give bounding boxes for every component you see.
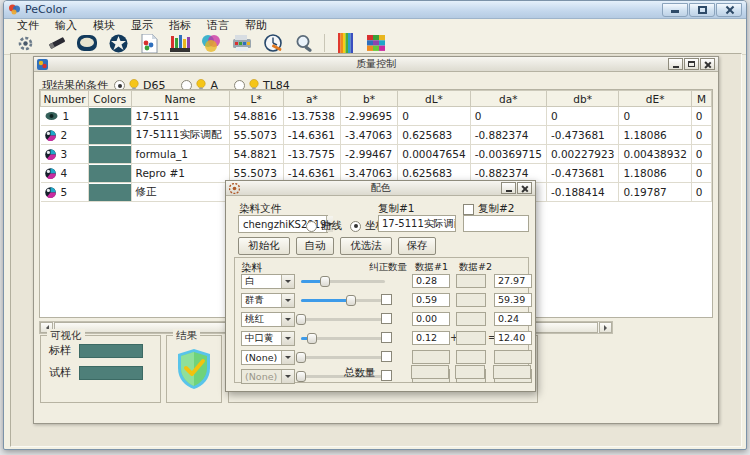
color-printer-icon[interactable] [231,33,253,53]
slider-handle[interactable] [296,352,306,363]
col-dL[interactable]: dL* [398,91,470,107]
initialize-button[interactable]: 初始化 [238,237,290,255]
trial-sample-label: 试样 [49,365,71,380]
correction-checkbox[interactable] [381,370,392,381]
total-field[interactable]: 12.40 [494,331,532,345]
dye-row: 桃红 0.00 0.24 [235,312,528,328]
minimize-icon [671,10,679,13]
copy2-option[interactable]: 复制#2 [463,202,514,216]
menu-display[interactable]: 显示 [124,19,160,32]
minimize-button[interactable] [662,3,688,17]
color-circles-icon[interactable] [200,33,222,53]
dye-dropdown[interactable]: 中口黄 [241,331,295,346]
dye-file-label: 染料文件 [239,202,281,216]
table-row[interactable]: 1 17-511154.8816-13.7538-2.99695 00000 [41,107,712,126]
trial-icon [45,187,56,198]
maximize-button[interactable] [689,3,715,17]
dye-slider[interactable] [301,299,385,302]
col-number[interactable]: Number [41,91,89,107]
dialog-close-button[interactable] [517,182,532,194]
radio-curve[interactable] [306,221,317,232]
qc-restore-button[interactable] [684,58,699,70]
slider-handle[interactable] [296,314,306,325]
data2-field[interactable] [456,293,486,307]
qc-close-button[interactable] [700,58,715,70]
menu-language[interactable]: 语言 [200,19,236,32]
magnifier-icon[interactable] [293,33,315,53]
col-L[interactable]: L* [229,91,283,107]
dye-row: 中口黄 0.12 + = 12.40 [235,331,528,347]
col-dE[interactable]: dE* [619,91,691,107]
menu-module[interactable]: 模块 [86,19,122,32]
optimize-button[interactable]: 优选法 [340,237,392,255]
copy2-checkbox[interactable] [463,204,474,215]
col-a[interactable]: a* [283,91,340,107]
col-b[interactable]: b* [340,91,397,107]
rainbow-strip-icon[interactable] [334,33,356,53]
auto-button[interactable]: 自动 [296,237,334,255]
qc-minimize-button[interactable] [668,58,683,70]
correction-checkbox[interactable] [381,313,392,324]
menu-help[interactable]: 帮助 [238,19,274,32]
total-field[interactable]: 27.97 [494,274,532,288]
window-title: PeColor [25,3,67,16]
col-da[interactable]: da* [470,91,546,107]
radio-coordinate[interactable] [350,221,361,232]
slider-handle[interactable] [307,333,317,344]
total-field[interactable]: 0.24 [494,312,532,326]
dialog-minimize-button[interactable] [501,182,516,194]
data1-field[interactable] [412,350,450,364]
data2-field[interactable] [456,274,486,288]
col-M[interactable]: M [691,91,711,107]
dye-slider[interactable] [301,337,385,340]
copy2-input[interactable] [463,215,529,232]
correction-checkbox[interactable] [381,294,392,305]
dye-slider[interactable] [301,318,385,321]
total-field[interactable] [494,350,532,364]
app-logo-icon [8,3,21,16]
dye-slider[interactable] [301,356,385,359]
slider-handle[interactable] [320,276,330,287]
data2-field[interactable] [456,312,486,326]
settings-sync-icon[interactable] [14,33,36,53]
menu-index[interactable]: 指标 [162,19,198,32]
table-row[interactable]: 2 17-5111实际调配55.5073-14.6361-3.47063 0.6… [41,126,712,145]
color-document-icon[interactable] [138,33,160,53]
copy1-input[interactable]: 17-5111实际调配 [378,215,456,232]
close-button[interactable] [716,3,742,17]
mode-option-curve[interactable]: 曲线 [306,219,342,233]
aperture-icon[interactable] [107,33,129,53]
bar-chart-icon[interactable] [169,33,191,53]
pass-shield-icon [176,348,212,390]
col-colors[interactable]: Colors [89,91,132,107]
scroll-right-button[interactable] [599,322,612,333]
dye-dropdown[interactable]: (None) [241,350,295,365]
dye-dropdown[interactable]: 桃红 [241,312,295,327]
data2-field[interactable] [456,331,486,345]
menu-file[interactable]: 文件 [10,19,46,32]
data1-field[interactable]: 0.00 [412,312,450,326]
slider-handle[interactable] [346,295,356,306]
color-mosaic-icon[interactable] [365,33,387,53]
save-button[interactable]: 保存 [398,237,436,255]
data1-field[interactable]: 0.12 [412,331,450,345]
visualization-label: 可视化 [47,329,85,343]
data1-field[interactable]: 0.28 [412,274,450,288]
gauge-pen-icon[interactable] [262,33,284,53]
table-row[interactable]: 3 formula_154.8821-13.7575-2.99467 0.000… [41,145,712,164]
pencil-icon[interactable] [45,33,67,53]
data1-field[interactable]: 0.59 [412,293,450,307]
col-db[interactable]: db* [546,91,618,107]
correction-checkbox[interactable] [381,332,392,343]
palette-case-icon[interactable] [76,33,98,53]
menu-input[interactable]: 输入 [48,19,84,32]
table-header-row: Number Colors Name L* a* b* dL* da* db* … [41,91,712,107]
dye-dropdown[interactable]: 群青 [241,293,295,308]
data2-field[interactable] [456,350,486,364]
total-field[interactable]: 59.39 [494,293,532,307]
correction-checkbox[interactable] [381,351,392,362]
dye-dropdown[interactable]: 白 [241,274,295,289]
dye-slider[interactable] [301,280,385,283]
slider-handle[interactable] [296,371,306,382]
col-name[interactable]: Name [131,91,229,107]
